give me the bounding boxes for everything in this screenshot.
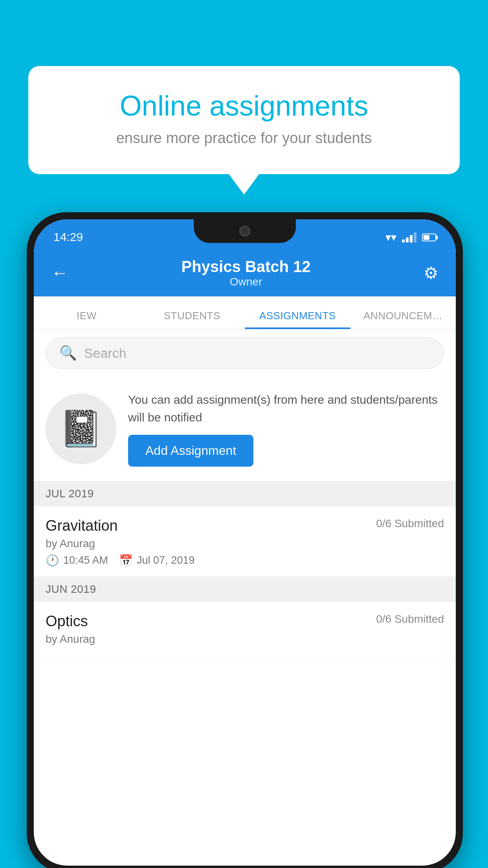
section-header-jun: JUN 2019 — [34, 577, 456, 602]
tab-assignments[interactable]: ASSIGNMENTS — [245, 310, 350, 329]
speech-bubble: Online assignments ensure more practice … — [28, 66, 460, 174]
phone-notch — [194, 219, 296, 243]
header-title: Physics Batch 12 — [181, 258, 310, 276]
search-bar[interactable]: 🔍 Search — [46, 337, 444, 369]
signal-bar-1 — [402, 239, 405, 243]
phone-inner: 14:29 ▾▾ ← Physics Batch 12 Owner — [34, 219, 456, 866]
search-container: 🔍 Search — [34, 329, 456, 377]
signal-bar-2 — [406, 237, 409, 243]
speech-bubble-title: Online assignments — [56, 90, 432, 122]
assignment-time-gravitation: 10:45 AM — [63, 554, 108, 566]
add-assignment-button[interactable]: Add Assignment — [128, 435, 253, 467]
notebook-icon: 📓 — [59, 408, 103, 449]
status-time: 14:29 — [53, 230, 83, 244]
back-button[interactable]: ← — [51, 263, 68, 283]
tabs-bar: IEW STUDENTS ASSIGNMENTS ANNOUNCEM… — [34, 296, 456, 329]
signal-bars — [402, 232, 416, 243]
speech-bubble-subtitle: ensure more practice for your students — [56, 130, 432, 147]
battery-fill — [424, 235, 429, 240]
battery-icon — [422, 234, 436, 241]
assignment-meta-gravitation: 🕐 10:45 AM 📅 Jul 07, 2019 — [46, 554, 444, 567]
tab-students[interactable]: STUDENTS — [139, 310, 245, 329]
promo-text-block: You can add assignment(s) from here and … — [128, 391, 444, 467]
assignment-submitted-optics: 0/6 Submitted — [376, 613, 444, 625]
phone-camera — [239, 226, 250, 237]
tab-announcements[interactable]: ANNOUNCEM… — [350, 310, 456, 329]
header-subtitle: Owner — [181, 276, 310, 288]
calendar-icon: 📅 — [119, 554, 133, 567]
promo-icon-circle: 📓 — [46, 394, 116, 464]
promo-card: 📓 You can add assignment(s) from here an… — [34, 377, 456, 481]
assignment-author-gravitation: by Anurag — [46, 537, 444, 550]
assignment-author-optics: by Anurag — [46, 633, 444, 645]
assignment-title-optics: Optics — [46, 613, 88, 630]
meta-time-gravitation: 🕐 10:45 AM — [46, 554, 108, 567]
assignment-date-gravitation: Jul 07, 2019 — [137, 554, 194, 566]
assignment-submitted-gravitation: 0/6 Submitted — [376, 517, 444, 530]
search-icon: 🔍 — [59, 345, 77, 361]
section-header-jul: JUL 2019 — [34, 481, 456, 506]
signal-bar-3 — [410, 235, 413, 243]
wifi-icon: ▾▾ — [385, 231, 396, 244]
assignment-item-optics[interactable]: Optics 0/6 Submitted by Anurag — [34, 602, 456, 659]
signal-bar-4 — [414, 232, 416, 243]
tab-iew[interactable]: IEW — [34, 310, 139, 329]
clock-icon: 🕐 — [46, 554, 59, 567]
header-title-block: Physics Batch 12 Owner — [181, 258, 310, 288]
assignment-title-gravitation: Gravitation — [46, 517, 118, 534]
assignment-top-row-optics: Optics 0/6 Submitted — [46, 613, 444, 630]
status-icons: ▾▾ — [385, 231, 436, 244]
phone-frame: 14:29 ▾▾ ← Physics Batch 12 Owner — [27, 212, 463, 868]
settings-button[interactable]: ⚙ — [424, 263, 438, 283]
meta-date-gravitation: 📅 Jul 07, 2019 — [119, 554, 194, 567]
assignment-top-row: Gravitation 0/6 Submitted — [46, 517, 444, 534]
promo-description: You can add assignment(s) from here and … — [128, 391, 444, 426]
search-input[interactable]: Search — [84, 346, 127, 361]
app-header: ← Physics Batch 12 Owner ⚙ — [34, 249, 456, 296]
assignment-item-gravitation[interactable]: Gravitation 0/6 Submitted by Anurag 🕐 10… — [34, 506, 456, 577]
